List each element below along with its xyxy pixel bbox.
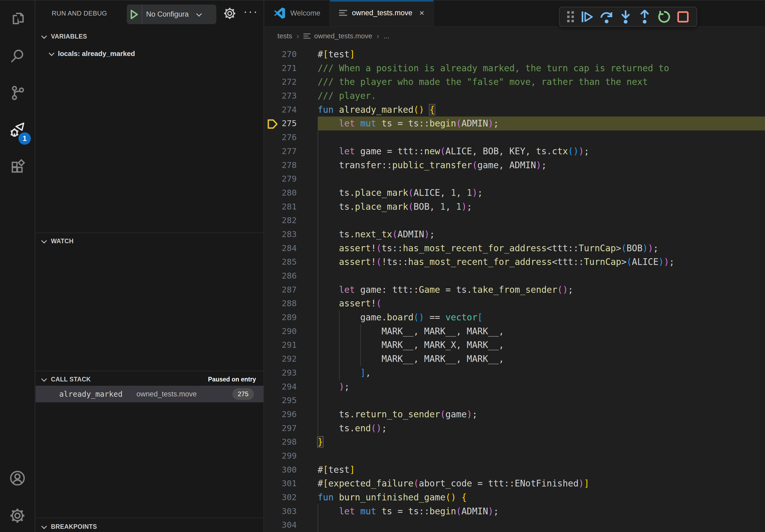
line-number[interactable]: 304 [265,518,297,532]
code-line-276[interactable] [318,131,765,144]
step-over-button[interactable] [599,9,614,25]
breakpoints-section-header[interactable]: BREAKPOINTS [36,519,264,532]
sidebar-item-source-control[interactable] [0,79,35,108]
code-line-272[interactable]: /// the player who made the "false" move… [318,75,765,89]
line-number[interactable]: 282 [265,213,297,227]
line-number[interactable]: 289 [265,311,297,324]
line-number[interactable]: 297 [265,421,297,435]
code-line-278[interactable]: transfer::public_transfer(game, ADMIN); [318,158,765,172]
code-line-285[interactable]: assert!(!ts::has_most_recent_for_address… [318,255,765,269]
line-number[interactable]: 299 [265,449,297,463]
code-line-281[interactable]: ts.place_mark(BOB, 1, 1); [318,200,765,214]
code-line-296[interactable]: ts.return_to_sender(game); [318,407,765,421]
code-line-292[interactable]: MARK__, MARK__, MARK__, [318,352,765,366]
variables-section-header[interactable]: VARIABLES [36,29,264,44]
code-line-304[interactable] [318,518,765,532]
call-stack-section-header[interactable]: CALL STACK Paused on entry [36,372,264,387]
code-line-291[interactable]: MARK__, MARK_X, MARK__, [318,338,765,352]
continue-button[interactable] [579,9,595,25]
toolbar-drag-handle[interactable] [565,9,576,25]
debug-settings-gear-button[interactable] [223,7,236,21]
code-line-275[interactable]: let mut ts = ts::begin(ADMIN); [318,117,765,131]
line-number[interactable]: 285 [265,255,297,269]
code-line-295[interactable] [318,394,765,407]
start-debug-button[interactable] [127,5,142,24]
line-number[interactable]: 294 [265,380,297,394]
debug-config-picker[interactable]: No Configura [127,5,216,24]
step-out-button[interactable] [637,9,652,25]
tab-owned-tests-move[interactable]: owned_tests.move × [330,0,434,26]
code-line-302[interactable]: fun burn_unfinished_game() { [318,490,765,504]
accounts-button[interactable] [0,464,35,493]
code-line-293[interactable]: ], [318,366,765,380]
code-line-277[interactable]: let game = ttt::new(ALICE, BOB, KEY, ts.… [318,144,765,158]
line-number[interactable]: 287 [265,283,297,297]
code-line-290[interactable]: MARK__, MARK__, MARK__, [318,324,765,338]
manage-button[interactable] [0,501,35,531]
code-line-298[interactable]: } [318,435,765,449]
tab-welcome[interactable]: Welcome [265,0,330,26]
restart-button[interactable] [656,9,672,25]
code-line-284[interactable]: assert!(ts::has_most_recent_for_address<… [318,241,765,255]
line-number[interactable]: 292 [265,352,297,366]
code-line-283[interactable]: ts.next_tx(ADMIN); [318,227,765,241]
code-line-274[interactable]: fun already_marked() { [318,103,765,117]
line-number[interactable]: 303 [265,504,297,518]
call-stack-frame-row[interactable]: already_marked owned_tests.move 275 [36,386,264,402]
variables-scope-row[interactable]: locals: already_marked [36,46,264,61]
breadcrumb-item-file[interactable]: owned_tests.move [314,32,372,40]
code-lines[interactable]: #[test]/// When a position is already ma… [318,47,765,532]
line-number[interactable]: 284 [265,241,297,255]
line-number[interactable]: 300 [265,463,297,477]
code-line-303[interactable]: let mut ts = ts::begin(ADMIN); [318,504,765,518]
line-number[interactable]: 290 [265,324,297,338]
code-line-287[interactable]: let game: ttt::Game = ts.take_from_sende… [318,283,765,297]
code-line-279[interactable] [318,172,765,186]
line-number[interactable]: 278 [265,158,297,172]
sidebar-item-explorer[interactable] [0,5,35,34]
line-number[interactable]: 270 [265,47,297,61]
line-number[interactable]: 279 [265,172,297,186]
sidebar-item-search[interactable] [0,42,35,71]
code-line-270[interactable]: #[test] [318,47,765,61]
line-number[interactable]: 286 [265,269,297,283]
code-line-271[interactable]: /// When a position is already marked, t… [318,61,765,75]
code-line-297[interactable]: ts.end(); [318,421,765,435]
code-line-288[interactable]: assert!( [318,297,765,311]
breadcrumb-item-tests[interactable]: tests [278,32,292,40]
code-line-289[interactable]: game.board() == vector[ [318,311,765,324]
line-number[interactable]: 293 [265,366,297,380]
code-line-300[interactable]: #[test] [318,463,765,477]
code-line-280[interactable]: ts.place_mark(ALICE, 1, 1); [318,186,765,200]
code-line-282[interactable] [318,213,765,227]
line-number[interactable]: 277 [265,144,297,158]
line-number[interactable]: 274 [265,103,297,117]
more-actions-button[interactable]: ··· [243,5,259,18]
line-number[interactable]: 283 [265,227,297,241]
line-number[interactable]: 271 [265,61,297,75]
breadcrumb-item-symbol[interactable]: ... [383,32,389,40]
sidebar-item-extensions[interactable] [0,153,35,182]
code-line-299[interactable] [318,449,765,463]
watch-section-header[interactable]: WATCH [36,234,264,249]
code-line-294[interactable]: ); [318,380,765,394]
code-editor[interactable]: 2702712722732742752762772782792802812822… [265,45,765,532]
line-number[interactable]: 288 [265,297,297,311]
close-icon[interactable]: × [419,8,424,18]
sidebar-item-run-and-debug[interactable]: 1 [0,116,35,145]
line-number[interactable]: 272 [265,75,297,89]
code-line-273[interactable]: /// player. [318,89,765,103]
line-number[interactable]: 273 [265,89,297,103]
line-number[interactable]: 301 [265,476,297,490]
line-number[interactable]: 281 [265,200,297,214]
step-into-button[interactable] [618,9,633,25]
line-number[interactable]: 280 [265,186,297,200]
line-number[interactable]: 302 [265,490,297,504]
line-number[interactable]: 298 [265,435,297,449]
line-number[interactable]: 296 [265,407,297,421]
stop-button[interactable] [675,9,691,25]
code-line-286[interactable] [318,269,765,283]
line-number[interactable]: 276 [265,131,297,144]
line-number[interactable]: 295 [265,394,297,407]
code-line-301[interactable]: #[expected_failure(abort_code = ttt::ENo… [318,476,765,490]
